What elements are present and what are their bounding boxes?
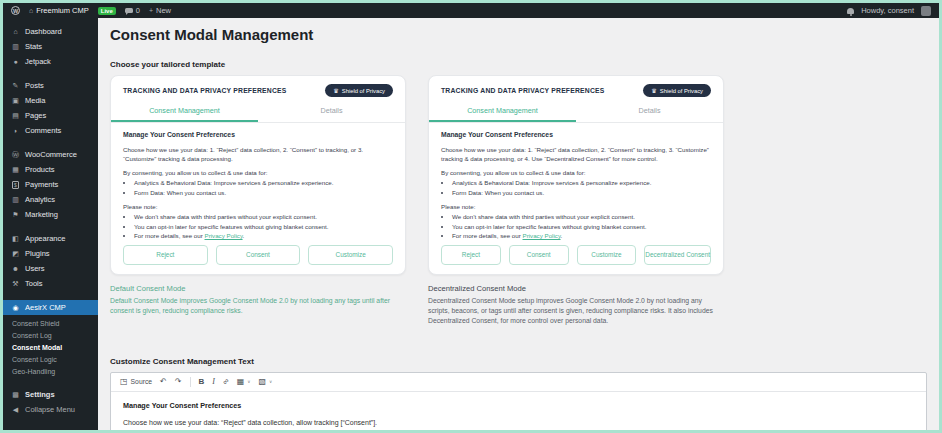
users-icon: ☻ [11, 265, 20, 272]
plus-icon: + [149, 7, 153, 14]
rich-text-editor[interactable]: ◳ Source ↶ ↷ B I ∞ ▦ ∨ [110, 372, 927, 433]
submenu-item-consent-log[interactable]: Consent Log [3, 329, 98, 341]
sidebar-item-posts[interactable]: ✎Posts [3, 78, 98, 93]
submenu-item-consent-modal[interactable]: Consent Modal [3, 341, 98, 353]
shield-of-privacy-button[interactable]: ♛ Shield of Privacy [325, 84, 393, 97]
comments-shortcut[interactable]: 0 [125, 6, 140, 15]
modal-tabs: Consent Management Details [111, 102, 405, 123]
sidebar-item-marketing[interactable]: ⚑Marketing [3, 207, 98, 222]
consent-modal-preview-decentralized[interactable]: TRACKING AND DATA PRIVACY PREFERENCES ♛ … [428, 75, 724, 275]
decentralized-consent-mode-title[interactable]: Decentralized Consent Mode [428, 284, 724, 293]
collapse-icon: ◀ [11, 406, 20, 414]
bullet-item: For more details, see our Privacy Policy… [452, 231, 711, 241]
live-badge[interactable]: Live [98, 7, 116, 15]
shield-button-label: Shield of Privacy [660, 88, 703, 94]
howdy-account-link[interactable]: Howdy, consent [861, 6, 914, 15]
sidebar-item-comments[interactable]: ◗Comments [3, 123, 98, 138]
sidebar-item-aesirx-cmp[interactable]: ◉AesirX CMP [3, 300, 98, 315]
tools-icon: ⚒ [11, 280, 20, 288]
sidebar-item-appearance[interactable]: ◧Appearance [3, 231, 98, 246]
comments-count: 0 [136, 6, 140, 15]
sidebar-item-media[interactable]: ▣Media [3, 93, 98, 108]
note-suffix: . [243, 232, 245, 239]
italic-button[interactable]: I [212, 377, 215, 386]
bullet-item: You can opt-in later for specific featur… [134, 222, 393, 232]
submenu-item-consent-shield[interactable]: Consent Shield [3, 317, 98, 329]
notifications-bell-icon[interactable] [847, 8, 854, 14]
analytics-icon: ▥ [11, 196, 20, 204]
chevron-down-icon: ∨ [247, 379, 250, 384]
modal-body-heading: Manage Your Consent Preferences [123, 130, 393, 141]
site-name: Freemium CMP [36, 6, 89, 15]
consent-button[interactable]: Consent [509, 245, 569, 265]
modal-header-title: TRACKING AND DATA PRIVACY PREFERENCES [123, 87, 287, 94]
editor-content-paragraph: Choose how we use your data: “Reject” da… [123, 417, 914, 428]
modal-body-heading: Manage Your Consent Preferences [441, 130, 711, 141]
modal-intro-text: Choose how we use your data: 1. “Reject”… [441, 145, 711, 164]
reject-button[interactable]: Reject [441, 245, 501, 265]
sidebar-item-pages[interactable]: ▤Pages [3, 108, 98, 123]
table-dropdown-button[interactable]: ▦ ∨ [237, 377, 251, 386]
tab-consent-management[interactable]: Consent Management [111, 102, 258, 122]
sidebar-item-plugins[interactable]: ◩Plugins [3, 246, 98, 261]
redo-button[interactable]: ↷ [175, 377, 182, 386]
submenu-item-consent-logic[interactable]: Consent Logic [3, 353, 98, 365]
sidebar-item-settings[interactable]: ▩Settings [3, 387, 98, 402]
sidebar-item-products[interactable]: ▦Products [3, 162, 98, 177]
source-label: Source [131, 378, 153, 385]
undo-button[interactable]: ↶ [160, 377, 167, 386]
default-consent-mode-title[interactable]: Default Consent Mode [110, 284, 406, 293]
submenu-item-geo-handling[interactable]: Geo-Handling [3, 365, 98, 377]
link-button[interactable]: ∞ [223, 377, 229, 386]
consent-button[interactable]: Consent [216, 245, 301, 265]
reject-button[interactable]: Reject [123, 245, 208, 265]
privacy-policy-link[interactable]: Privacy Policy [205, 232, 243, 239]
sidebar-item-users[interactable]: ☻Users [3, 261, 98, 276]
sidebar-item-label: Settings [25, 390, 55, 399]
customize-button[interactable]: Customize [308, 245, 393, 265]
pages-icon: ▤ [11, 112, 20, 120]
sidebar-item-label: Products [25, 165, 55, 174]
sidebar-item-label: Jetpack [25, 57, 51, 66]
template-column-decentralized: TRACKING AND DATA PRIVACY PREFERENCES ♛ … [428, 75, 724, 327]
decentralized-consent-mode-description: Decentralized Consent Mode setup improve… [428, 296, 724, 327]
sidebar-item-analytics[interactable]: ▥Analytics [3, 192, 98, 207]
customize-button[interactable]: Customize [577, 245, 637, 265]
comment-bubble-icon [125, 8, 133, 13]
sidebar-item-dashboard[interactable]: ⌂Dashboard [3, 24, 98, 39]
source-button[interactable]: ◳ Source [120, 377, 152, 386]
media-dropdown-button[interactable]: ▧ ∨ [259, 377, 273, 386]
stats-icon: ▥ [11, 43, 20, 51]
shield-of-privacy-button[interactable]: ♛ Shield of Privacy [643, 84, 711, 97]
template-section-label: Choose your tailored template [110, 60, 927, 69]
aesirx-icon: ◉ [11, 304, 20, 312]
sidebar-item-tools[interactable]: ⚒Tools [3, 276, 98, 291]
sidebar-item-stats[interactable]: ▥Stats [3, 39, 98, 54]
payments-icon: $ [11, 181, 20, 189]
sidebar-item-jetpack[interactable]: ●Jetpack [3, 54, 98, 69]
new-content-menu[interactable]: + New [149, 6, 171, 15]
site-link[interactable]: ⌂ Freemium CMP [29, 6, 89, 15]
tab-details[interactable]: Details [576, 102, 723, 122]
page-title: Consent Modal Management [110, 26, 927, 43]
sidebar-item-collapse-menu[interactable]: ◀Collapse Menu [3, 402, 98, 417]
note-bullet-list: We don’t share data with third parties w… [441, 212, 711, 241]
editor-content-area[interactable]: Manage Your Consent Preferences Choose h… [111, 392, 926, 433]
bold-button[interactable]: B [199, 377, 205, 386]
wordpress-menu[interactable]: W [11, 6, 20, 15]
editor-content-heading: Manage Your Consent Preferences [123, 400, 914, 412]
posts-icon: ✎ [11, 82, 20, 90]
tab-consent-management[interactable]: Consent Management [429, 102, 576, 122]
admin-bar: W ⌂ Freemium CMP Live 0 + New Howdy, con… [3, 3, 939, 18]
sidebar-item-woocommerce[interactable]: ⓌWooCommerce [3, 147, 98, 162]
modal-tabs: Consent Management Details [429, 102, 723, 123]
decentralized-consent-button[interactable]: Decentralized Consent [644, 245, 711, 265]
user-avatar[interactable] [921, 6, 931, 16]
tab-details[interactable]: Details [258, 102, 405, 122]
privacy-policy-link[interactable]: Privacy Policy [523, 232, 561, 239]
modal-button-row: Reject Consent Customize Decentralized C… [441, 245, 711, 265]
bullet-item: Analytics & Behavioral Data: Improve ser… [452, 178, 711, 188]
plugins-icon: ◩ [11, 250, 20, 258]
sidebar-item-payments[interactable]: $Payments [3, 177, 98, 192]
consent-modal-preview-default[interactable]: TRACKING AND DATA PRIVACY PREFERENCES ♛ … [110, 75, 406, 275]
